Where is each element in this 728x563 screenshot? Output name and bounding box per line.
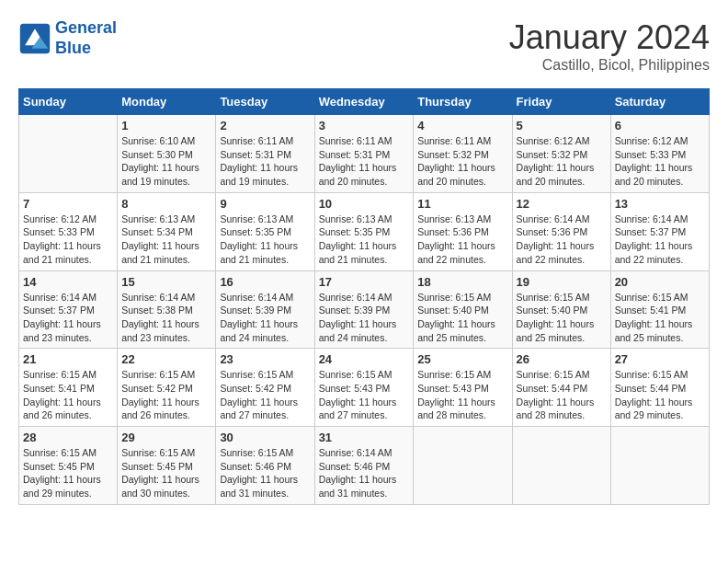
day-cell: 2Sunrise: 6:11 AMSunset: 5:31 PMDaylight…	[216, 115, 314, 193]
logo-text: General Blue	[55, 18, 117, 58]
day-info: Sunrise: 6:11 AMSunset: 5:31 PMDaylight:…	[319, 134, 410, 189]
day-number: 7	[23, 197, 113, 211]
day-number: 24	[319, 352, 410, 366]
day-number: 29	[121, 431, 211, 444]
day-number: 28	[23, 431, 113, 444]
day-cell: 17Sunrise: 6:14 AMSunset: 5:39 PMDayligh…	[314, 270, 414, 349]
day-number: 20	[615, 275, 705, 289]
day-cell	[610, 427, 709, 505]
day-cell	[512, 427, 610, 505]
day-info: Sunrise: 6:15 AMSunset: 5:42 PMDaylight:…	[220, 368, 310, 422]
day-info: Sunrise: 6:13 AMSunset: 5:35 PMDaylight:…	[319, 213, 410, 267]
day-info: Sunrise: 6:15 AMSunset: 5:46 PMDaylight:…	[220, 446, 310, 500]
day-cell: 27Sunrise: 6:15 AMSunset: 5:44 PMDayligh…	[610, 349, 709, 427]
day-info: Sunrise: 6:15 AMSunset: 5:44 PMDaylight:…	[615, 368, 705, 422]
calendar-table: SundayMondayTuesdayWednesdayThursdayFrid…	[18, 88, 710, 505]
day-info: Sunrise: 6:13 AMSunset: 5:34 PMDaylight:…	[121, 213, 211, 267]
day-info: Sunrise: 6:15 AMSunset: 5:42 PMDaylight:…	[121, 368, 211, 422]
day-cell: 22Sunrise: 6:15 AMSunset: 5:42 PMDayligh…	[118, 349, 216, 427]
day-number: 2	[220, 119, 310, 132]
logo: General Blue	[18, 18, 117, 58]
day-number: 31	[319, 431, 410, 444]
day-cell: 21Sunrise: 6:15 AMSunset: 5:41 PMDayligh…	[19, 349, 118, 427]
day-info: Sunrise: 6:13 AMSunset: 5:36 PMDaylight:…	[417, 213, 507, 267]
day-info: Sunrise: 6:12 AMSunset: 5:33 PMDaylight:…	[23, 213, 113, 267]
day-info: Sunrise: 6:14 AMSunset: 5:46 PMDaylight:…	[319, 446, 410, 500]
day-info: Sunrise: 6:12 AMSunset: 5:33 PMDaylight:…	[615, 134, 705, 189]
header-friday: Friday	[512, 89, 610, 115]
day-info: Sunrise: 6:10 AMSunset: 5:30 PMDaylight:…	[121, 134, 211, 189]
header-monday: Monday	[118, 89, 216, 115]
logo-icon	[18, 22, 51, 55]
day-number: 3	[319, 119, 410, 132]
week-row-3: 14Sunrise: 6:14 AMSunset: 5:37 PMDayligh…	[19, 270, 710, 349]
day-number: 19	[517, 275, 607, 289]
day-cell: 8Sunrise: 6:13 AMSunset: 5:34 PMDaylight…	[118, 192, 216, 270]
day-number: 22	[121, 352, 211, 366]
day-cell: 18Sunrise: 6:15 AMSunset: 5:40 PMDayligh…	[414, 270, 512, 349]
location-subtitle: Castillo, Bicol, Philippines	[509, 57, 710, 74]
day-info: Sunrise: 6:13 AMSunset: 5:35 PMDaylight:…	[220, 213, 310, 267]
day-number: 5	[517, 119, 607, 132]
day-number: 16	[220, 275, 310, 289]
day-cell: 25Sunrise: 6:15 AMSunset: 5:43 PMDayligh…	[414, 349, 512, 427]
day-number: 27	[615, 352, 705, 366]
day-cell: 14Sunrise: 6:14 AMSunset: 5:37 PMDayligh…	[19, 270, 118, 349]
week-row-2: 7Sunrise: 6:12 AMSunset: 5:33 PMDaylight…	[19, 192, 710, 270]
header-saturday: Saturday	[610, 89, 709, 115]
day-info: Sunrise: 6:14 AMSunset: 5:39 PMDaylight:…	[319, 291, 410, 345]
day-number: 14	[23, 275, 113, 289]
header-wednesday: Wednesday	[314, 89, 414, 115]
day-info: Sunrise: 6:15 AMSunset: 5:43 PMDaylight:…	[417, 368, 507, 422]
day-cell: 19Sunrise: 6:15 AMSunset: 5:40 PMDayligh…	[512, 270, 610, 349]
day-cell: 1Sunrise: 6:10 AMSunset: 5:30 PMDaylight…	[118, 115, 216, 193]
day-number: 1	[121, 119, 211, 132]
day-number: 10	[319, 197, 410, 211]
day-cell: 31Sunrise: 6:14 AMSunset: 5:46 PMDayligh…	[314, 427, 414, 505]
day-cell: 9Sunrise: 6:13 AMSunset: 5:35 PMDaylight…	[216, 192, 314, 270]
day-cell: 12Sunrise: 6:14 AMSunset: 5:36 PMDayligh…	[512, 192, 610, 270]
header-row: SundayMondayTuesdayWednesdayThursdayFrid…	[19, 89, 710, 115]
day-number: 8	[121, 197, 211, 211]
day-number: 17	[319, 275, 410, 289]
day-info: Sunrise: 6:14 AMSunset: 5:36 PMDaylight:…	[517, 213, 607, 267]
day-number: 13	[615, 197, 705, 211]
day-cell	[19, 115, 118, 193]
day-cell: 24Sunrise: 6:15 AMSunset: 5:43 PMDayligh…	[314, 349, 414, 427]
day-number: 26	[517, 352, 607, 366]
day-info: Sunrise: 6:12 AMSunset: 5:32 PMDaylight:…	[517, 134, 607, 189]
day-cell: 16Sunrise: 6:14 AMSunset: 5:39 PMDayligh…	[216, 270, 314, 349]
day-info: Sunrise: 6:15 AMSunset: 5:40 PMDaylight:…	[517, 291, 607, 345]
day-info: Sunrise: 6:15 AMSunset: 5:44 PMDaylight:…	[517, 368, 607, 422]
title-block: January 2024 Castillo, Bicol, Philippine…	[509, 18, 710, 74]
day-cell: 29Sunrise: 6:15 AMSunset: 5:45 PMDayligh…	[118, 427, 216, 505]
day-info: Sunrise: 6:15 AMSunset: 5:41 PMDaylight:…	[615, 291, 705, 345]
week-row-4: 21Sunrise: 6:15 AMSunset: 5:41 PMDayligh…	[19, 349, 710, 427]
week-row-5: 28Sunrise: 6:15 AMSunset: 5:45 PMDayligh…	[19, 427, 710, 505]
day-cell	[414, 427, 512, 505]
day-cell: 4Sunrise: 6:11 AMSunset: 5:32 PMDaylight…	[414, 115, 512, 193]
day-cell: 7Sunrise: 6:12 AMSunset: 5:33 PMDaylight…	[19, 192, 118, 270]
day-number: 23	[220, 352, 310, 366]
day-cell: 11Sunrise: 6:13 AMSunset: 5:36 PMDayligh…	[414, 192, 512, 270]
day-cell: 5Sunrise: 6:12 AMSunset: 5:32 PMDaylight…	[512, 115, 610, 193]
header-sunday: Sunday	[19, 89, 118, 115]
logo-line1: General	[55, 18, 117, 37]
day-number: 12	[517, 197, 607, 211]
day-cell: 13Sunrise: 6:14 AMSunset: 5:37 PMDayligh…	[610, 192, 709, 270]
day-cell: 15Sunrise: 6:14 AMSunset: 5:38 PMDayligh…	[118, 270, 216, 349]
day-info: Sunrise: 6:14 AMSunset: 5:37 PMDaylight:…	[23, 291, 113, 345]
day-number: 18	[417, 275, 507, 289]
day-number: 9	[220, 197, 310, 211]
day-cell: 26Sunrise: 6:15 AMSunset: 5:44 PMDayligh…	[512, 349, 610, 427]
day-info: Sunrise: 6:15 AMSunset: 5:41 PMDaylight:…	[23, 368, 113, 422]
day-info: Sunrise: 6:11 AMSunset: 5:31 PMDaylight:…	[220, 134, 310, 189]
day-number: 30	[220, 431, 310, 444]
week-row-1: 1Sunrise: 6:10 AMSunset: 5:30 PMDaylight…	[19, 115, 710, 193]
day-info: Sunrise: 6:15 AMSunset: 5:45 PMDaylight:…	[121, 446, 211, 500]
day-number: 25	[417, 352, 507, 366]
day-cell: 3Sunrise: 6:11 AMSunset: 5:31 PMDaylight…	[314, 115, 414, 193]
day-number: 4	[417, 119, 507, 132]
day-cell: 30Sunrise: 6:15 AMSunset: 5:46 PMDayligh…	[216, 427, 314, 505]
day-number: 11	[417, 197, 507, 211]
